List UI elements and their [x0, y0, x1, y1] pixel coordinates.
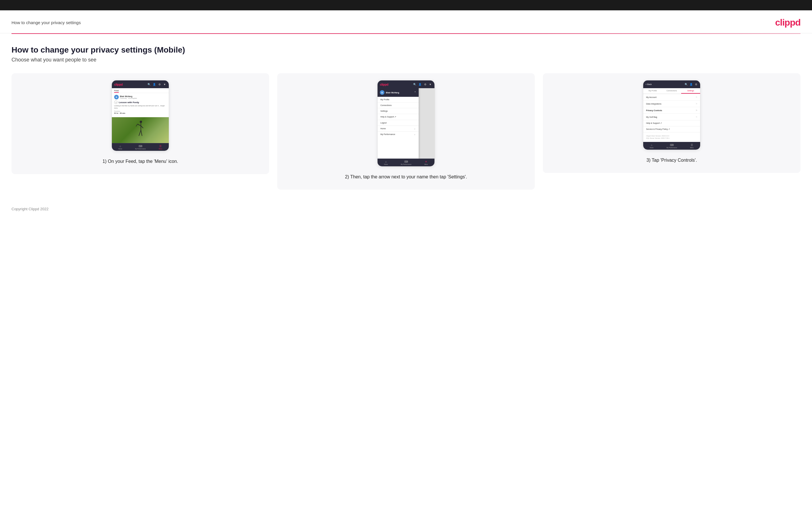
feed-lesson-title: ▾ Lesson with Fordy [114, 101, 166, 104]
phone2-menu-area: B Blair McHarg ⌃ My Profile Connections [377, 88, 435, 159]
menu-item-connections: Connections [377, 103, 419, 108]
menu-item-connections-label: Connections [380, 104, 392, 106]
menu-section-home: Home ⌄ [377, 125, 419, 131]
nav-home-label: Home [118, 148, 122, 150]
svg-line-2 [138, 124, 141, 126]
nav2-home: ⌂ Home [384, 160, 388, 165]
settings-item-help: Help & Support ↗ [643, 120, 700, 126]
header: How to change your privacy settings clip… [0, 10, 812, 33]
phone-mockup-2: clippd 🔍 👤 ⚙ ▼ [377, 80, 435, 167]
feed-tab-label: Feed [114, 90, 119, 93]
settings-privacy-policy-label: Service & Privacy Policy ↗ [646, 128, 670, 130]
back-button: < Back [646, 83, 652, 85]
search-icon-3: 🔍 [684, 82, 688, 86]
step1-description: 1) On your Feed, tap the 'Menu' icon. [102, 158, 178, 165]
breadcrumb: How to change your privacy settings [11, 20, 81, 25]
settings-icon-3: ⚙ [694, 82, 698, 86]
dropdown-icon: ▼ [163, 82, 166, 86]
close-icon-2: ✕ [425, 160, 427, 163]
menu-user-info: B Blair McHarg [380, 90, 399, 95]
svg-line-5 [141, 130, 142, 136]
menu-item-help-label: Help & Support ↗ [380, 116, 396, 118]
tab-my-profile: My Profile [643, 88, 662, 94]
menu-item-logout-label: Logout [380, 122, 387, 124]
version-gql: GQL Server Version: 2022.7.30-1 [646, 137, 697, 139]
home-icon-2: ⌂ [385, 160, 387, 163]
feed-user-info: Blair McHarg Yesterday · Sunningdale [120, 95, 137, 99]
phone2-header: clippd 🔍 👤 ⚙ ▼ [377, 80, 435, 88]
home-icon: ⌂ [119, 145, 121, 148]
phone2-bottom-nav: ⌂ Home ⌨ My Performance ✕ Menu [377, 159, 435, 166]
menu-section-performance-label: My Performance [380, 133, 395, 135]
nav2-performance: ⌨ My Performance [401, 160, 411, 165]
settings-integrations-label: Data Integrations [646, 103, 661, 105]
menu-item-profile: My Profile [377, 97, 419, 103]
copyright-text: Copyright Clippd 2022 [11, 207, 49, 211]
svg-point-0 [140, 121, 142, 123]
menu-icon-3: ☰ [691, 144, 693, 147]
svg-line-6 [136, 124, 138, 126]
step2-description: 2) Then, tap the arrow next to your name… [345, 173, 467, 180]
user-icon-2: 👤 [418, 82, 422, 86]
phone1-header: clippd 🔍 👤 ⚙ ▼ [112, 80, 169, 88]
nav-menu: ☰ Menu [159, 145, 162, 150]
nav3-home-label: Home [650, 147, 654, 149]
clippd-logo: clippd [775, 17, 801, 28]
settings-item-privacy-policy: Service & Privacy Policy ↗ [643, 126, 700, 132]
phone2-logo: clippd [380, 83, 388, 86]
main-content: How to change your privacy settings (Mob… [0, 34, 812, 201]
user-icon: 👤 [152, 82, 156, 86]
nav3-home: ⌂ Home [650, 144, 654, 149]
phone-mockup-3: < Back 🔍 👤 ⚙ My Profile Connections Sett… [643, 80, 701, 150]
settings-help-label: Help & Support ↗ [646, 122, 662, 124]
top-bar [0, 0, 812, 10]
nav3-performance-label: My Performance [666, 147, 677, 149]
feed-user-date: Yesterday · Sunningdale [120, 97, 137, 99]
step-1-card: clippd 🔍 👤 ⚙ ▼ Feed B [11, 73, 269, 174]
menu-item-profile-label: My Profile [380, 99, 389, 101]
nav2-menu: ✕ Menu [424, 160, 428, 165]
menu-user-row: B Blair McHarg ⌃ [377, 88, 419, 97]
home-section-chevron: ⌄ [414, 127, 416, 130]
phone-mockup-1: clippd 🔍 👤 ⚙ ▼ Feed B [111, 80, 169, 151]
menu-icon: ☰ [159, 145, 162, 148]
settings-account-label: My Account [646, 96, 656, 98]
chart-icon-3: ⌨ [670, 144, 674, 147]
feed-text: Looking to feel like my hands are exitin… [114, 105, 166, 109]
nav3-menu-label: Menu [690, 147, 694, 149]
account-chevron: > [696, 96, 697, 99]
settings-privacy-label: Privacy Controls [646, 109, 662, 111]
phone3-icons: 🔍 👤 ⚙ [684, 82, 698, 86]
menu-section-performance: My Performance ⌄ [377, 131, 419, 137]
chart-icon: ⌨ [139, 145, 142, 148]
nav2-home-label: Home [384, 163, 388, 165]
page-heading: How to change your privacy settings (Mob… [11, 45, 801, 55]
nav2-performance-label: My Performance [401, 163, 411, 165]
version-info: Clippd Client Version: 2022.8.3-3 GQL Se… [643, 132, 700, 142]
phone3-bottom-nav: ⌂ Home ⌨ My Performance ☰ Menu [643, 142, 700, 150]
menu-item-settings: Settings [377, 108, 419, 114]
nav-performance-label: My Performance [135, 148, 146, 150]
footer: Copyright Clippd 2022 [0, 201, 812, 217]
phone3-tabs: My Profile Connections Settings [643, 88, 700, 94]
avatar: B [114, 95, 119, 99]
golfbag-chevron: > [696, 115, 697, 118]
tab-settings: Settings [681, 88, 700, 94]
phone1-logo: clippd [114, 83, 122, 86]
golf-image [112, 117, 169, 143]
privacy-chevron: > [696, 109, 697, 112]
duration-label: Duration [114, 110, 166, 112]
step-2-card: clippd 🔍 👤 ⚙ ▼ [277, 73, 535, 189]
nav2-menu-label: Menu [424, 163, 428, 165]
menu-user-chevron: ⌃ [414, 91, 416, 94]
settings-item-privacy: Privacy Controls > [643, 107, 700, 114]
menu-avatar: B [380, 90, 385, 95]
nav-menu-label: Menu [159, 148, 162, 150]
phone1-icons: 🔍 👤 ⚙ ▼ [147, 82, 166, 86]
menu-user-name: Blair McHarg [386, 91, 399, 94]
nav3-performance: ⌨ My Performance [666, 144, 677, 149]
home-icon-3: ⌂ [651, 144, 652, 147]
phone3-header: < Back 🔍 👤 ⚙ [643, 80, 700, 88]
feed-item: B Blair McHarg Yesterday · Sunningdale ▾… [112, 93, 169, 117]
menu-item-logout: Logout [377, 120, 419, 125]
